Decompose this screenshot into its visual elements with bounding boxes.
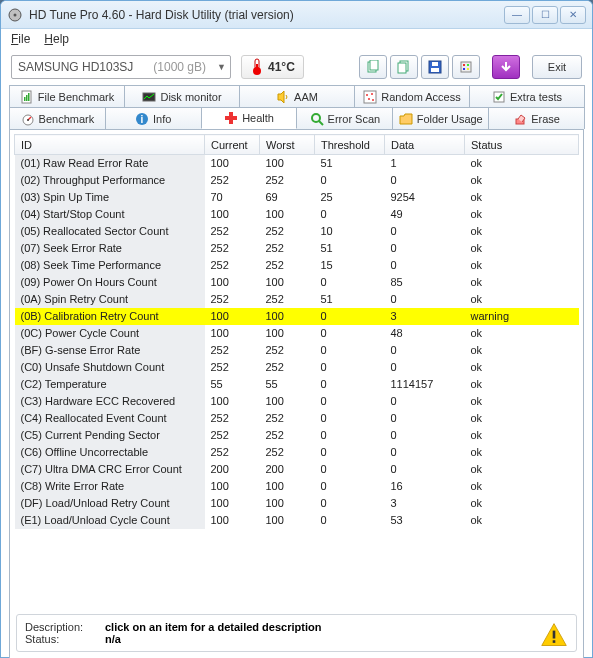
svg-point-26 xyxy=(372,99,374,101)
svg-rect-15 xyxy=(463,68,465,70)
svg-point-23 xyxy=(366,94,368,96)
table-row[interactable]: (C7) Ultra DMA CRC Error Count20020000ok xyxy=(15,461,579,478)
table-row[interactable]: (02) Throughput Performance25225200ok xyxy=(15,172,579,189)
svg-rect-19 xyxy=(26,95,28,101)
menu-file[interactable]: File xyxy=(11,32,30,46)
svg-rect-4 xyxy=(256,64,258,71)
thermometer-icon xyxy=(250,58,264,76)
table-row[interactable]: (05) Reallocated Sector Count252252100ok xyxy=(15,223,579,240)
download-button[interactable] xyxy=(492,55,520,79)
svg-rect-8 xyxy=(398,63,406,73)
title-bar: HD Tune Pro 4.60 - Hard Disk Utility (tr… xyxy=(1,1,592,29)
tab-aam[interactable]: AAM xyxy=(239,85,355,107)
exit-button[interactable]: Exit xyxy=(532,55,582,79)
smart-table: ID Current Worst Threshold Data Status (… xyxy=(14,134,579,608)
app-icon xyxy=(7,7,23,23)
tab-extra-tests[interactable]: Extra tests xyxy=(469,85,585,107)
table-row[interactable]: (C6) Offline Uncorrectable25225200ok xyxy=(15,444,579,461)
svg-point-25 xyxy=(368,98,370,100)
description-label: Description: xyxy=(25,621,95,633)
copy-info-button[interactable] xyxy=(359,55,387,79)
tab-file-benchmark[interactable]: File Benchmark xyxy=(9,85,125,107)
table-row[interactable]: (DF) Load/Unload Retry Count10010003ok xyxy=(15,495,579,512)
table-row[interactable]: (03) Spin Up Time7069259254ok xyxy=(15,189,579,206)
tab-error-scan[interactable]: Error Scan xyxy=(296,107,393,129)
table-row[interactable]: (C8) Write Error Rate100100016ok xyxy=(15,478,579,495)
window-title: HD Tune Pro 4.60 - Hard Disk Utility (tr… xyxy=(29,8,504,22)
table-row[interactable]: (0B) Calibration Retry Count10010003warn… xyxy=(15,308,579,325)
menu-help[interactable]: Help xyxy=(44,32,69,46)
maximize-button[interactable]: ☐ xyxy=(532,6,558,24)
svg-point-34 xyxy=(312,114,320,122)
copy-screenshot-button[interactable] xyxy=(390,55,418,79)
drive-select[interactable]: SAMSUNG HD103SJ (1000 gB) ▼ xyxy=(11,55,231,79)
svg-rect-11 xyxy=(432,62,438,66)
svg-point-24 xyxy=(371,93,373,95)
svg-rect-18 xyxy=(24,97,26,101)
toolbar: SAMSUNG HD103SJ (1000 gB) ▼ 41°C Exit xyxy=(1,49,592,85)
table-row[interactable]: (C0) Unsafe Shutdown Count25225200ok xyxy=(15,359,579,376)
svg-rect-14 xyxy=(467,64,469,66)
svg-rect-37 xyxy=(553,640,556,643)
tab-benchmark[interactable]: Benchmark xyxy=(9,107,106,129)
svg-rect-16 xyxy=(467,68,469,70)
settings-button[interactable] xyxy=(452,55,480,79)
table-row[interactable]: (04) Start/Stop Count100100049ok xyxy=(15,206,579,223)
minimize-button[interactable]: — xyxy=(504,6,530,24)
svg-rect-13 xyxy=(463,64,465,66)
table-row[interactable]: (C2) Temperature555501114157ok xyxy=(15,376,579,393)
temperature-display: 41°C xyxy=(241,55,304,79)
table-row[interactable]: (C5) Current Pending Sector25225200ok xyxy=(15,427,579,444)
col-current[interactable]: Current xyxy=(205,135,260,155)
tab-info[interactable]: iInfo xyxy=(105,107,202,129)
table-row[interactable]: (09) Power On Hours Count100100085ok xyxy=(15,274,579,291)
table-row[interactable]: (08) Seek Time Performance252252150ok xyxy=(15,257,579,274)
temperature-value: 41°C xyxy=(268,60,295,74)
tab-disk-monitor[interactable]: Disk monitor xyxy=(124,85,240,107)
tab-folder-usage[interactable]: Folder Usage xyxy=(392,107,489,129)
tabs-row-2: BenchmarkiInfoHealthError ScanFolder Usa… xyxy=(1,107,592,129)
save-button[interactable] xyxy=(421,55,449,79)
svg-rect-20 xyxy=(28,93,30,101)
content-panel: ID Current Worst Threshold Data Status (… xyxy=(9,129,584,658)
svg-rect-10 xyxy=(431,68,439,72)
detail-box: Description: click on an item for a deta… xyxy=(16,614,577,652)
svg-point-1 xyxy=(14,13,17,16)
table-row[interactable]: (01) Raw Read Error Rate100100511ok xyxy=(15,155,579,172)
tab-erase[interactable]: Erase xyxy=(488,107,585,129)
status-label: Status: xyxy=(25,633,95,645)
table-row[interactable]: (C4) Reallocated Event Count25225200ok xyxy=(15,410,579,427)
drive-name: SAMSUNG HD103SJ xyxy=(18,60,133,74)
col-worst[interactable]: Worst xyxy=(260,135,315,155)
tab-health[interactable]: Health xyxy=(201,107,298,129)
col-id[interactable]: ID xyxy=(15,135,205,155)
warning-icon xyxy=(540,621,568,649)
description-value: click on an item for a detailed descript… xyxy=(105,621,321,633)
table-row[interactable]: (0C) Power Cycle Count100100048ok xyxy=(15,325,579,342)
status-value: n/a xyxy=(105,633,121,645)
close-button[interactable]: ✕ xyxy=(560,6,586,24)
tabs-row-1: File BenchmarkDisk monitorAAMRandom Acce… xyxy=(1,85,592,107)
table-row[interactable]: (0A) Spin Retry Count252252510ok xyxy=(15,291,579,308)
drive-size: (1000 gB) xyxy=(153,60,206,74)
col-data[interactable]: Data xyxy=(385,135,465,155)
svg-rect-6 xyxy=(370,60,378,70)
tab-random-access[interactable]: Random Access xyxy=(354,85,470,107)
col-threshold[interactable]: Threshold xyxy=(315,135,385,155)
chevron-down-icon: ▼ xyxy=(217,62,226,72)
svg-rect-36 xyxy=(553,631,556,639)
svg-point-29 xyxy=(27,119,29,121)
table-row[interactable]: (C3) Hardware ECC Recovered10010000ok xyxy=(15,393,579,410)
table-row[interactable]: (E1) Load/Unload Cycle Count100100053ok xyxy=(15,512,579,529)
svg-text:i: i xyxy=(141,114,144,125)
svg-rect-12 xyxy=(461,62,471,72)
table-row[interactable]: (BF) G-sense Error Rate25225200ok xyxy=(15,342,579,359)
menu-bar: File Help xyxy=(1,29,592,49)
svg-rect-33 xyxy=(225,116,237,120)
col-status[interactable]: Status xyxy=(465,135,579,155)
svg-rect-22 xyxy=(364,91,376,103)
table-row[interactable]: (07) Seek Error Rate252252510ok xyxy=(15,240,579,257)
